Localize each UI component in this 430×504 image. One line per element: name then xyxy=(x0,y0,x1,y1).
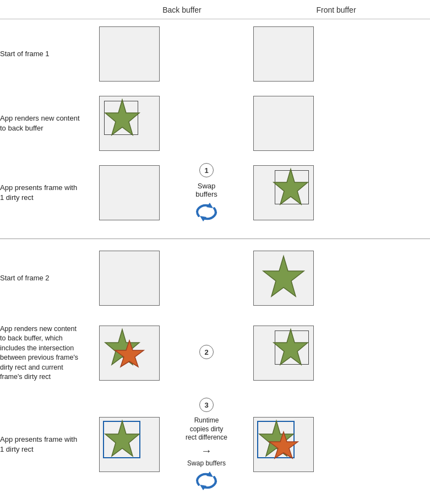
front-buffer-s2r1 xyxy=(240,251,328,306)
orange-star xyxy=(266,430,302,465)
green-star xyxy=(259,253,308,303)
row-label-s2r2: App renders new content to back buffer, … xyxy=(0,324,85,382)
back-buffer-s2r3 xyxy=(85,417,173,472)
badge-1: 1 xyxy=(199,163,214,177)
svg-marker-7 xyxy=(274,329,308,365)
section-1: Start of frame 1 App renders new content… xyxy=(0,19,430,236)
green-star xyxy=(101,419,144,462)
row-label-s1r2: App renders new content to back buffer xyxy=(0,113,85,133)
swap-label: Swapbuffers xyxy=(195,182,217,198)
back-buffer-s2r1 xyxy=(85,251,173,306)
green-star xyxy=(101,97,144,140)
middle-s1r3: 1 Swapbuffers xyxy=(173,163,240,223)
back-buffer-s2r2 xyxy=(85,326,173,381)
svg-marker-8 xyxy=(105,421,139,456)
buffer-box xyxy=(99,417,160,472)
buffer-box xyxy=(253,26,314,82)
svg-marker-0 xyxy=(105,100,139,135)
front-buffer-s1r3 xyxy=(240,165,328,220)
section-2: Start of frame 2 App renders new content… xyxy=(0,243,430,504)
buffer-box xyxy=(99,26,160,82)
diagram: Back buffer Front buffer Start of frame … xyxy=(0,0,430,504)
badge-3: 3 xyxy=(199,398,214,412)
row-label-s1r1: Start of frame 1 xyxy=(0,49,85,59)
row-label-s2r1: Start of frame 2 xyxy=(0,273,85,283)
svg-marker-4 xyxy=(263,256,304,296)
svg-marker-12 xyxy=(269,432,298,458)
buffer-box xyxy=(253,326,314,381)
buffer-box xyxy=(99,165,160,220)
green-star xyxy=(269,327,312,370)
buffer-box xyxy=(253,165,314,220)
front-buffer-s1r2 xyxy=(240,96,328,151)
swap-label-2: Swap buffers xyxy=(187,459,226,467)
swap-arrows-icon-2 xyxy=(193,469,220,491)
row-label-s1r3: App presents frame with 1 dirty rect xyxy=(0,183,85,203)
back-buffer-header: Back buffer xyxy=(138,6,226,14)
column-headers: Back buffer Front buffer xyxy=(0,6,430,14)
back-buffer-s1r3 xyxy=(85,165,173,220)
buffer-box xyxy=(253,251,314,306)
table-row: App renders new content to back buffer, … xyxy=(0,317,430,389)
table-row: App renders new content to back buffer xyxy=(0,93,430,154)
middle-s2r3: 3 Runtimecopies dirtyrect difference → S… xyxy=(173,398,240,491)
section-divider xyxy=(0,239,430,239)
table-row: App presents frame with 1 dirty rect 3 R… xyxy=(0,398,430,491)
front-buffer-s1r1 xyxy=(240,26,328,82)
table-row: App presents frame with 1 dirty rect 1 S… xyxy=(0,162,430,223)
table-row: Start of frame 1 xyxy=(0,24,430,84)
buffer-box xyxy=(99,326,160,381)
buffer-box xyxy=(99,96,160,151)
buffer-box xyxy=(99,251,160,306)
right-arrow-icon: → xyxy=(201,445,212,457)
middle-s2r2: 2 xyxy=(173,345,240,361)
green-star xyxy=(269,167,312,210)
badge-2: 2 xyxy=(199,345,214,359)
buffer-box xyxy=(253,96,314,151)
front-buffer-s2r2 xyxy=(240,326,328,381)
row-label-s2r3: App presents frame with 1 dirty rect xyxy=(0,435,85,454)
swap-arrows-icon xyxy=(193,200,220,223)
back-buffer-s1r1 xyxy=(85,26,173,82)
table-row: Start of frame 2 xyxy=(0,248,430,308)
svg-marker-3 xyxy=(274,169,308,204)
runtime-label: Runtimecopies dirtyrect difference xyxy=(186,416,227,442)
svg-marker-6 xyxy=(115,340,144,367)
front-buffer-header: Front buffer xyxy=(292,6,380,14)
front-buffer-s2r3 xyxy=(240,417,328,472)
buffer-box xyxy=(253,417,314,472)
orange-star xyxy=(112,338,148,374)
back-buffer-s1r2 xyxy=(85,96,173,151)
